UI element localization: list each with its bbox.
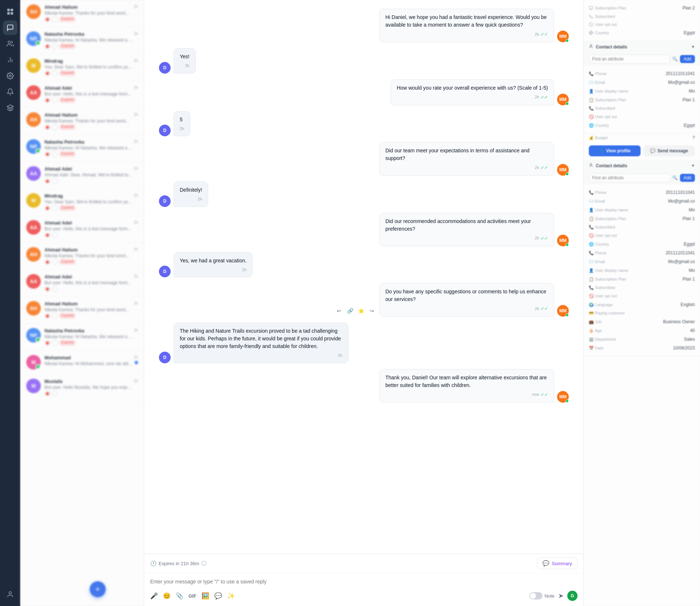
sender-avatar-wrap: MM <box>557 94 569 105</box>
grammarly-button[interactable]: G <box>567 591 578 601</box>
conv-name: Natasha Petrovka <box>44 139 134 145</box>
conv-icon-row: 🔴 <box>44 178 134 184</box>
language-label: 🌍 Language <box>589 302 613 307</box>
emoji-icon[interactable]: 😊 <box>163 592 171 600</box>
message-row: ↩ 🔗 ⭐ ↪ Do you have any specific suggest… <box>159 283 569 317</box>
reply-icon[interactable]: ↪ <box>368 306 376 315</box>
expired-badge: Expired <box>59 70 76 76</box>
summary-icon: 💬 <box>542 560 549 567</box>
contact-details-header-2[interactable]: Contact details ▼ <box>584 160 700 171</box>
conv-time: 2h <box>134 85 138 90</box>
chat-bubble-icon[interactable]: 💬 <box>214 592 222 600</box>
conv-flag-icon: 🔴 <box>44 70 50 76</box>
sidebar-conversation-item[interactable]: NP Natasha Petrovka Nikolai Kamea: Hi Na… <box>20 324 144 351</box>
msg-text: Did our team meet your expectations in t… <box>385 148 529 161</box>
add-attribute-button-1[interactable]: Add <box>680 55 695 63</box>
conv-icon-row: 🔴 Expired <box>44 43 134 49</box>
magic-icon[interactable]: ✨ <box>227 592 235 600</box>
expired-badge: Expired <box>59 340 76 346</box>
svg-rect-1 <box>11 9 13 11</box>
find-attribute-input-1[interactable] <box>589 55 670 63</box>
svg-rect-3 <box>11 12 13 15</box>
new-conversation-fab[interactable]: + <box>90 581 106 597</box>
unread-dot <box>135 361 138 364</box>
sidebar-conversation-item[interactable]: M Mindrag You: Dear Sam, We're thrilled … <box>20 54 144 81</box>
expired-badge: Expired <box>59 16 76 22</box>
note-toggle-switch[interactable] <box>529 592 542 599</box>
add-attribute-button-2[interactable]: Add <box>680 174 695 182</box>
send-message-button[interactable]: 💬 Send message <box>643 145 695 156</box>
expired-badge: Expired <box>59 43 76 49</box>
avatar: AH <box>26 247 41 262</box>
sidebar-conversation-item[interactable]: M Mustafa Bot user: Hello Mustafa, We ho… <box>20 374 144 401</box>
icon-bar-notifications[interactable] <box>3 85 18 99</box>
image-icon[interactable]: 🖼️ <box>202 592 209 600</box>
message-row: Did our recommended accommodations and a… <box>159 213 569 246</box>
toolbar-icons: 🎤 😊 📎 GIF 🖼️ 💬 ✨ <box>150 592 235 600</box>
view-profile-button[interactable]: 👤 View profile <box>589 145 641 156</box>
conv-flag-icon: 🔴 <box>44 232 50 238</box>
contact-details-body-1: 📞 Phone201111011041 ✉️ EmailMo@gmail.co … <box>584 66 700 134</box>
msg-bubble: Yes! 2h <box>174 48 196 74</box>
msg-bubble: Hi Daniel, we hope you had a fantastic t… <box>379 9 554 42</box>
conv-meta: 2h <box>134 4 138 9</box>
link-icon[interactable]: 🔗 <box>346 306 354 315</box>
conv-info: Ahmad Halium Nikolai Kamea: Thanks for y… <box>44 247 134 265</box>
sidebar-conversation-item[interactable]: AA Ahmad Adel Ahmad Adel: Dear, Ahmad, W… <box>20 162 144 189</box>
icon-bar-analytics[interactable] <box>3 52 18 67</box>
icon-bar-settings[interactable] <box>3 69 18 83</box>
sub-plan-label-3: 📋 Subscription Plan <box>589 277 626 282</box>
note-label: Note <box>545 593 555 599</box>
msg-time: 2h ✓✓ <box>397 94 548 101</box>
conv-time: 2h <box>134 301 138 305</box>
icon-bar-layers[interactable] <box>3 101 18 115</box>
conv-info: Natasha Petrovka Nikolai Kamea: Hi Natas… <box>44 31 134 49</box>
sidebar-conversation-item[interactable]: AH Ahmad Halium Nikolai Kamea: Thanks fo… <box>20 108 144 135</box>
send-arrow-icon[interactable]: ➤ <box>558 592 564 600</box>
contact-details-header-1[interactable]: Contact details ▼ <box>584 41 700 52</box>
sidebar-conversation-item[interactable]: AA Ahmad Adel But user: Hello, this is a… <box>20 81 144 108</box>
attachment-icon[interactable]: 📎 <box>176 592 183 600</box>
microphone-icon[interactable]: 🎤 <box>150 592 158 600</box>
msg-text: Yes, we had a great vacation. <box>180 258 246 263</box>
department-value: Sales <box>684 337 695 342</box>
conv-flag-icon: 🔴 <box>44 97 50 103</box>
avatar: AH <box>26 4 41 19</box>
find-attribute-input-2[interactable] <box>589 173 670 182</box>
msg-avatar: D <box>159 266 171 277</box>
icon-bar-chat[interactable] <box>3 20 18 35</box>
conv-icon-row: 🔴 Expired <box>44 16 134 22</box>
summary-button[interactable]: 💬 Summary <box>537 558 578 569</box>
conv-meta: 2h <box>134 301 138 305</box>
gif-icon[interactable]: GIF <box>188 593 197 599</box>
icon-bar-logo[interactable] <box>3 4 18 19</box>
conv-circle-icon <box>52 178 58 184</box>
sidebar-conversation-item[interactable]: M Mohammad Nikolai Kamea: Hi Mohammed, s… <box>20 351 144 374</box>
arrow-icon[interactable]: ↩ <box>335 306 343 315</box>
avatar: AA <box>26 220 41 235</box>
sender-avatar-wrap: MM <box>557 235 569 246</box>
country-label-1: 🌐 Country <box>589 123 609 128</box>
conv-name: Mohammad <box>44 355 134 360</box>
message-input[interactable] <box>150 579 578 585</box>
sidebar-conversation-item[interactable]: AH Ahmad Halium Nikolai Kamea: Thanks fo… <box>20 243 144 270</box>
sidebar-conversation-item[interactable]: AA Ahmad Adel But user: Hello, this is a… <box>20 270 144 297</box>
sidebar-conversation-item[interactable]: M Mindrag You: Dear Sam, We're thrilled … <box>20 189 144 216</box>
sidebar-conversation-item[interactable]: NP Natasha Petrovka Nikolai Kamea: Hi Na… <box>20 27 144 54</box>
conv-name: Ahmad Adel <box>44 85 134 91</box>
icon-bar-user[interactable] <box>3 587 18 602</box>
star-icon[interactable]: ⭐ <box>357 306 365 315</box>
conv-time: 2h <box>134 139 138 144</box>
sidebar-conversation-item[interactable]: AH Ahmad Halium Nikolai Kamea: Thanks fo… <box>20 0 144 27</box>
main-chat-area: Hi Daniel, we hope you had a fantastic t… <box>144 0 583 606</box>
sidebar-conversation-item[interactable]: NP Natasha Petrovka Nikolai Kamea: Hi Na… <box>20 135 144 162</box>
svg-rect-2 <box>7 12 10 15</box>
conv-circle-icon <box>52 205 58 211</box>
expired-badge: Expired <box>59 259 76 265</box>
msg-time: 2h <box>180 267 246 273</box>
msg-text: 5 <box>180 117 183 122</box>
sidebar-conversation-item[interactable]: AA Ahmad Adel But user: Hello, this is a… <box>20 216 144 243</box>
time-label: 2h <box>185 63 189 69</box>
icon-bar-contacts[interactable] <box>3 36 18 51</box>
sidebar-conversation-item[interactable]: AH Ahmad Halium Nikolai Kamea: Thanks fo… <box>20 297 144 324</box>
